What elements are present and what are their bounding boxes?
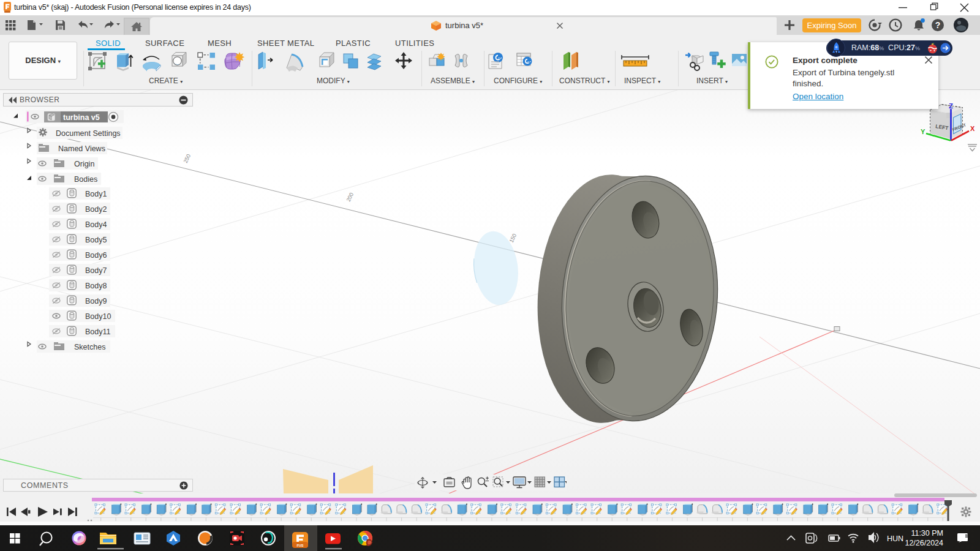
- svg-text:Origin: Origin: [74, 160, 94, 168]
- svg-text:?: ?: [935, 20, 941, 30]
- svg-text:HUN: HUN: [887, 534, 903, 543]
- svg-text:Body8: Body8: [85, 282, 107, 290]
- svg-text:Z: Z: [949, 102, 953, 110]
- svg-text:Body11: Body11: [85, 328, 111, 336]
- svg-text:Body9: Body9: [85, 297, 107, 305]
- svg-text:12/26/2024: 12/26/2024: [905, 539, 943, 547]
- svg-text:Body6: Body6: [85, 251, 107, 260]
- svg-text:Sketches: Sketches: [74, 343, 105, 351]
- svg-text:turbina v5: turbina v5: [63, 113, 100, 122]
- svg-text:Body10: Body10: [85, 312, 111, 321]
- svg-text:Body1: Body1: [85, 190, 107, 198]
- svg-text:Body5: Body5: [85, 236, 107, 244]
- svg-text:Y: Y: [921, 128, 925, 135]
- svg-text:X: X: [970, 125, 975, 132]
- svg-text:Body4: Body4: [85, 220, 107, 229]
- svg-text:11:30 PM: 11:30 PM: [911, 529, 943, 538]
- svg-text:Document Settings: Document Settings: [56, 129, 121, 138]
- svg-text:Body7: Body7: [85, 266, 107, 275]
- svg-text:FUS: FUS: [297, 544, 304, 547]
- svg-text:Body2: Body2: [85, 205, 107, 214]
- svg-text:Named Views: Named Views: [58, 144, 105, 153]
- svg-text:Bodies: Bodies: [74, 175, 97, 184]
